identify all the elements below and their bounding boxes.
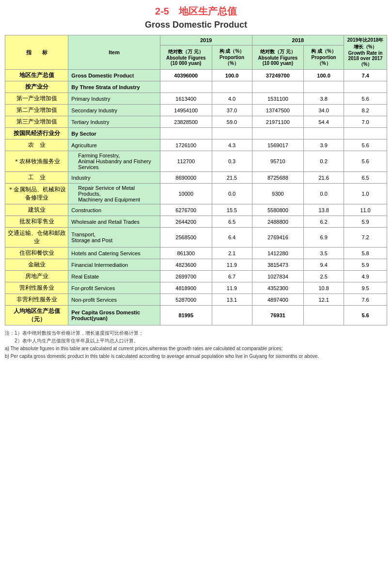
row-chinese-5: 按国民经济行业分 <box>5 128 68 139</box>
row-abs2019-4: 23828500 <box>160 116 212 128</box>
row-item-7: Farming Forestry,Animal Husbandry and Fi… <box>68 151 160 172</box>
note-cn2: 2）表中人均生产总值按常住半年及以上平均总人口计算。 <box>5 337 387 345</box>
row-abs2019-7: 112700 <box>160 151 212 172</box>
row-item-0: Gross Domestic Product <box>68 70 160 81</box>
row-chinese-0: 地区生产总值 <box>5 70 68 81</box>
row-abs2019-15: 2699700 <box>160 271 212 282</box>
row-abs2018-17: 4897400 <box>252 294 304 306</box>
row-abs2018-7: 95710 <box>252 151 304 172</box>
row-chinese-17: 非营利性服务业 <box>5 294 68 306</box>
row-abs2018-15: 1027834 <box>252 271 304 282</box>
row-item-4: Tertiary Industry <box>68 116 160 128</box>
row-chinese-10: 建筑业 <box>5 204 68 216</box>
row-chinese-9: ＊金属制品、机械和设备修理业 <box>5 184 68 204</box>
row-chinese-2: 第一产业增加值 <box>5 93 68 105</box>
row-abs2018-10: 5580800 <box>252 204 304 216</box>
row-growth-15: 4.9 <box>344 271 387 282</box>
row-abs2018-5 <box>252 128 304 139</box>
row-abs2019-2: 1613400 <box>160 93 212 105</box>
row-prop2019-12: 6.4 <box>212 228 252 248</box>
row-abs2018-16: 4352300 <box>252 282 304 294</box>
row-abs2019-12: 2568500 <box>160 228 212 248</box>
row-item-9: Repair Serivice of Metal Products,Machin… <box>68 184 160 204</box>
row-prop2019-2: 4.0 <box>212 93 252 105</box>
row-abs2019-0: 40396000 <box>160 70 212 81</box>
row-prop2019-10: 15.5 <box>212 204 252 216</box>
row-prop2018-2: 3.8 <box>304 93 344 105</box>
title-cn: 2-5 地区生产总值 <box>5 5 387 18</box>
row-prop2019-11: 6.5 <box>212 216 252 228</box>
row-prop2018-13: 3.5 <box>304 248 344 259</box>
row-item-1: By Three Strata of Industry <box>68 81 160 93</box>
row-prop2019-4: 59.0 <box>212 116 252 128</box>
row-growth-18: 5.6 <box>344 306 387 325</box>
row-prop2018-4: 54.4 <box>304 116 344 128</box>
row-chinese-13: 住宿和餐饮业 <box>5 248 68 259</box>
row-abs2019-6: 1726100 <box>160 139 212 151</box>
row-growth-5 <box>344 128 387 139</box>
row-prop2019-18 <box>212 306 252 325</box>
row-chinese-3: 第二产业增加值 <box>5 105 68 116</box>
row-prop2019-15: 6.7 <box>212 271 252 282</box>
row-prop2018-8: 21.6 <box>304 172 344 184</box>
row-prop2019-9: 0.0 <box>212 184 252 204</box>
row-abs2019-9: 10000 <box>160 184 212 204</box>
header-abs2019: 绝对数（万 元）Absolute Figures(10 000 yuan) <box>160 45 212 69</box>
row-growth-13: 5.8 <box>344 248 387 259</box>
row-growth-0: 7.4 <box>344 70 387 81</box>
row-prop2018-1 <box>304 81 344 93</box>
row-abs2018-8: 8725688 <box>252 172 304 184</box>
row-prop2019-16: 11.9 <box>212 282 252 294</box>
row-prop2018-6: 3.9 <box>304 139 344 151</box>
row-item-15: Real Estate <box>68 271 160 282</box>
row-prop2018-12: 6.9 <box>304 228 344 248</box>
row-item-2: Primary Industry <box>68 93 160 105</box>
row-abs2018-1 <box>252 81 304 93</box>
row-chinese-4: 第三产业增加值 <box>5 116 68 128</box>
row-abs2019-14: 4823600 <box>160 259 212 271</box>
row-item-5: By Sector <box>68 128 160 139</box>
title-en: Gross Domestic Product <box>5 20 387 30</box>
header-prop2018: 构 成（%）Proportion（%） <box>304 45 344 69</box>
row-item-17: Non-profit Services <box>68 294 160 306</box>
row-abs2019-17: 5287000 <box>160 294 212 306</box>
row-prop2019-17: 13.1 <box>212 294 252 306</box>
note-en1: a) The absolute figures in this table ar… <box>5 345 387 353</box>
row-prop2018-3: 34.0 <box>304 105 344 116</box>
row-prop2018-0: 100.0 <box>304 70 344 81</box>
row-growth-17: 7.6 <box>344 294 387 306</box>
row-prop2019-5 <box>212 128 252 139</box>
row-abs2019-5 <box>160 128 212 139</box>
row-item-18: Per Capita Gross Domestic Product(yuan) <box>68 306 160 325</box>
row-growth-10: 11.0 <box>344 204 387 216</box>
row-prop2018-5 <box>304 128 344 139</box>
row-prop2018-10: 13.8 <box>304 204 344 216</box>
row-item-8: Industry <box>68 172 160 184</box>
row-growth-8: 6.5 <box>344 172 387 184</box>
row-growth-7: 5.6 <box>344 151 387 172</box>
row-abs2018-12: 2769416 <box>252 228 304 248</box>
row-growth-1 <box>344 81 387 93</box>
row-item-11: Wholesale and Retail Trades <box>68 216 160 228</box>
row-chinese-8: 工 业 <box>5 172 68 184</box>
note-cn1: 注：1）表中绝对数按当年价格计算，增长速度按可比价格计算； <box>5 329 387 337</box>
row-growth-2: 5.6 <box>344 93 387 105</box>
row-item-12: Transport,Storage and Post <box>68 228 160 248</box>
row-abs2019-8: 8690000 <box>160 172 212 184</box>
row-item-16: For-profit Services <box>68 282 160 294</box>
row-prop2018-11: 6.2 <box>304 216 344 228</box>
row-abs2019-18: 81995 <box>160 306 212 325</box>
row-abs2018-9: 9300 <box>252 184 304 204</box>
row-item-3: Secondary Industry <box>68 105 160 116</box>
row-growth-12: 7.2 <box>344 228 387 248</box>
row-chinese-6: 农 业 <box>5 139 68 151</box>
row-abs2019-13: 861300 <box>160 248 212 259</box>
row-prop2019-14: 11.9 <box>212 259 252 271</box>
row-abs2019-11: 2644200 <box>160 216 212 228</box>
row-chinese-12: 交通运输、仓储和邮政业 <box>5 228 68 248</box>
row-abs2019-16: 4818900 <box>160 282 212 294</box>
row-chinese-1: 按产业分 <box>5 81 68 93</box>
row-abs2018-3: 13747500 <box>252 105 304 116</box>
row-abs2018-0: 37249700 <box>252 70 304 81</box>
row-growth-6: 5.6 <box>344 139 387 151</box>
